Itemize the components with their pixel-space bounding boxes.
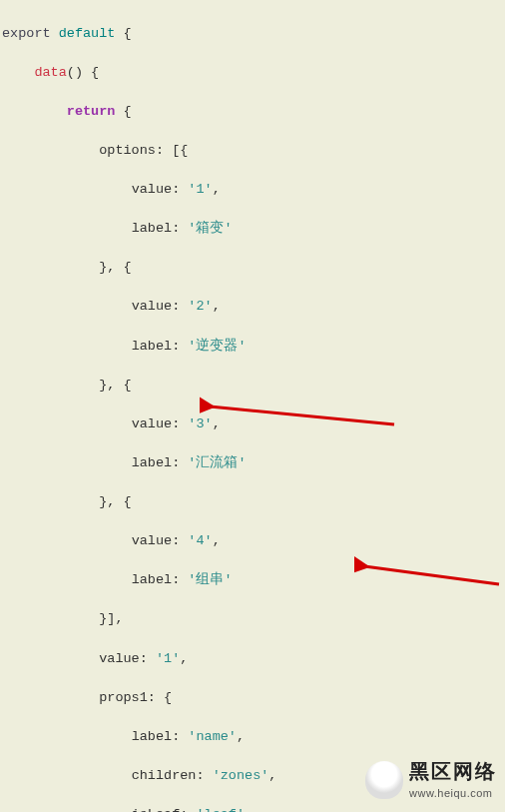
- watermark: 黑区网络 www.heiqu.com: [365, 757, 497, 802]
- method-data: data: [34, 65, 66, 80]
- keyword-default: default: [59, 26, 116, 41]
- keyword-export: export: [2, 26, 51, 41]
- watermark-mushroom-icon: [365, 761, 403, 799]
- prop-options: options: [99, 143, 156, 158]
- watermark-title: 黑区网络: [409, 757, 497, 786]
- code-editor-content: export default { data() { return { optio…: [0, 0, 505, 812]
- prop-props1: props1: [99, 690, 148, 705]
- watermark-url: www.heiqu.com: [409, 786, 497, 802]
- keyword-return: return: [67, 104, 116, 119]
